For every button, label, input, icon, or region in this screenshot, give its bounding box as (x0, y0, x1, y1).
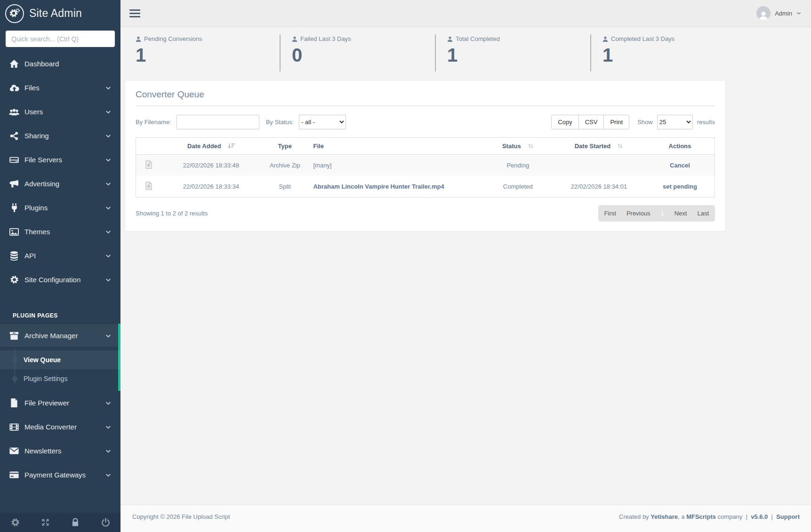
pagination-first-button[interactable]: First (599, 206, 621, 221)
column-date-started[interactable]: Date Started (553, 138, 645, 155)
brand-title: Site Admin (29, 7, 82, 20)
gear-icon (11, 518, 20, 527)
sidebar-item-file-previewer[interactable]: File Previewer (0, 391, 120, 415)
filter-toolbar: By Filename: By Status: - all - Copy CSV… (136, 115, 715, 129)
column-type: Type (260, 138, 310, 155)
cancel-action-link[interactable]: Cancel (670, 162, 690, 169)
cell-date-started: 22/02/2026 18:34:01 (553, 176, 645, 198)
status-filter-select[interactable]: - all - (299, 115, 346, 129)
table-footer: Showing 1 to 2 of 2 results First Previo… (136, 205, 715, 222)
chevron-down-icon (105, 253, 111, 259)
chevron-down-icon (105, 472, 111, 478)
credit-card-icon (8, 471, 20, 478)
pagination: First Previous 1 Next Last (598, 205, 715, 222)
sidebar-settings-button[interactable] (0, 513, 30, 532)
sidebar-item-site-configuration[interactable]: Site Configuration (0, 268, 120, 292)
quick-search-input[interactable] (6, 31, 115, 47)
divider: | (742, 513, 751, 520)
sidebar-item-label: Sharing (24, 132, 49, 140)
brand[interactable]: Site Admin (0, 0, 120, 27)
home-icon (8, 60, 20, 68)
lock-button[interactable] (60, 513, 90, 532)
share-icon (8, 132, 20, 140)
sidebar-item-api[interactable]: API (0, 244, 120, 268)
stat-completed-last-3-days: Completed Last 3 Days 1 (590, 34, 746, 71)
sidebar-item-users[interactable]: Users (0, 100, 120, 124)
sidebar-item-advertising[interactable]: Advertising (0, 172, 120, 196)
table-header-row: Date Added Type File Status (136, 138, 715, 155)
hdd-icon (8, 156, 20, 164)
converter-queue-panel: Converter Queue By Filename: By Status: … (125, 80, 726, 231)
sidebar-item-dashboard[interactable]: Dashboard (0, 52, 120, 76)
submenu-item-view-queue[interactable]: View Queue (0, 350, 120, 369)
column-file: File (309, 138, 483, 155)
sidebar-item-label: Media Converter (24, 423, 77, 431)
submenu-item-plugin-settings[interactable]: Plugin Settings (0, 369, 120, 388)
column-thumbnail (136, 138, 162, 155)
copyright-text: Copyright © 2026 File Upload Script (132, 513, 230, 520)
sidebar-item-files[interactable]: Files (0, 76, 120, 100)
print-button[interactable]: Print (603, 115, 629, 129)
pagination-previous-button[interactable]: Previous (621, 206, 656, 221)
sidebar-item-label: Files (24, 84, 40, 92)
pagination-page-1-button[interactable]: 1 (655, 206, 669, 221)
sidebar-item-label: Plugins (24, 204, 48, 212)
column-status[interactable]: Status (483, 138, 553, 155)
content-area: Pending Conversions 1 Failed Last 3 Days… (120, 27, 811, 505)
set-pending-action-link[interactable]: set pending (663, 183, 697, 190)
sidebar-item-file-servers[interactable]: File Servers (0, 148, 120, 172)
sidebar-item-label: Archive Manager (24, 332, 78, 340)
sidebar-item-archive-manager[interactable]: Archive Manager (0, 324, 120, 348)
divider: | (768, 513, 776, 520)
plug-icon (8, 203, 20, 212)
table-row: 22/02/2026 18:33:34 Split Abraham Lincol… (136, 176, 715, 198)
film-icon (8, 423, 20, 431)
sidebar-item-label: Payment Gateways (24, 471, 86, 479)
archive-manager-section: Archive Manager View Queue Plugin Settin… (0, 324, 120, 391)
quick-search (0, 27, 120, 52)
user-icon (136, 36, 141, 42)
user-menu[interactable]: Admin (756, 6, 801, 20)
file-link[interactable]: Abraham Lincoln Vampire Hunter Trailer.m… (313, 183, 444, 190)
submenu-item-label: View Queue (24, 356, 61, 364)
fullscreen-button[interactable] (30, 513, 60, 532)
file-thumbnail-icon (145, 182, 152, 190)
filename-filter-input[interactable] (177, 115, 259, 129)
chevron-down-icon (105, 448, 111, 454)
plugin-pages-section-label: PLUGIN PAGES (0, 312, 120, 319)
stat-value: 1 (136, 43, 273, 67)
support-link[interactable]: Support (776, 513, 800, 520)
copy-button[interactable]: Copy (551, 115, 578, 129)
sidebar-item-plugins[interactable]: Plugins (0, 196, 120, 220)
sidebar-item-label: API (24, 252, 36, 260)
bullhorn-icon (8, 180, 20, 188)
yetishare-link[interactable]: Yetishare (650, 513, 678, 520)
pagination-last-button[interactable]: Last (692, 206, 714, 221)
top-navbar: Admin (120, 0, 811, 27)
sidebar-item-label: File Previewer (24, 399, 69, 407)
stat-total-completed: Total Completed 1 (435, 34, 590, 71)
user-icon (292, 36, 297, 42)
menu-toggle-button[interactable] (128, 7, 142, 20)
page-length-select[interactable]: 25 (657, 115, 693, 129)
sort-icon (528, 143, 534, 149)
sidebar-item-media-converter[interactable]: Media Converter (0, 415, 120, 439)
sidebar-item-newsletters[interactable]: Newsletters (0, 439, 120, 463)
page-footer: Copyright © 2026 File Upload Script Crea… (120, 505, 811, 532)
main-area: Admin Pending Conversions 1 (120, 0, 811, 532)
chevron-down-icon (105, 424, 111, 430)
mfscripts-link[interactable]: MFScripts (686, 513, 716, 520)
csv-button[interactable]: CSV (578, 115, 604, 129)
column-date-added[interactable]: Date Added (162, 138, 260, 155)
logout-button[interactable] (90, 513, 120, 532)
stat-label: Completed Last 3 Days (611, 35, 674, 42)
chevron-down-icon (105, 157, 111, 163)
stat-value: 0 (292, 43, 428, 67)
sidebar-item-payment-gateways[interactable]: Payment Gateways (0, 463, 120, 487)
sidebar-item-themes[interactable]: Themes (0, 220, 120, 244)
cell-date-added: 22/02/2026 18:33:48 (162, 155, 260, 176)
pagination-next-button[interactable]: Next (669, 206, 692, 221)
cell-status: Completed (483, 176, 553, 198)
sidebar-item-sharing[interactable]: Sharing (0, 124, 120, 148)
converter-queue-table: Date Added Type File Status (136, 137, 715, 198)
